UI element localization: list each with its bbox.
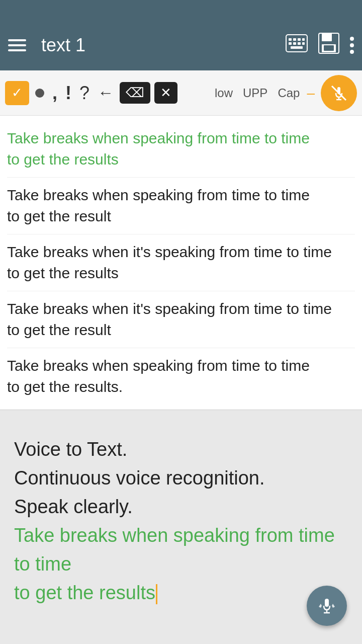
svg-rect-9 xyxy=(291,46,303,49)
svg-rect-18 xyxy=(325,599,329,607)
svg-rect-7 xyxy=(298,42,301,45)
hamburger-menu-button[interactable] xyxy=(8,39,26,51)
checkmark-icon: ✓ xyxy=(12,85,23,101)
question-button[interactable]: ? xyxy=(77,83,92,104)
text-line-green: Take breaks when speaking from time to t… xyxy=(14,525,335,603)
comma-button[interactable]: , xyxy=(50,83,59,104)
svg-rect-15 xyxy=(337,87,340,94)
autocomplete-item-5[interactable]: Take breaks when speaking from time to t… xyxy=(7,348,355,405)
svg-rect-5 xyxy=(289,42,292,45)
text-line-1: Voice to Text. xyxy=(14,439,127,460)
toolbar-icons xyxy=(286,32,354,59)
autocomplete-item-1[interactable]: Take breaks when speaking from time to t… xyxy=(7,121,355,178)
svg-rect-4 xyxy=(302,38,305,41)
dot-button[interactable] xyxy=(35,89,44,98)
svg-rect-13 xyxy=(324,45,334,51)
close-keyboard-button[interactable]: ✕ xyxy=(154,82,177,104)
autocomplete-item-2[interactable]: Take breaks when speaking from time to t… xyxy=(7,178,355,234)
bottom-mic-button[interactable] xyxy=(307,586,347,626)
svg-rect-1 xyxy=(289,38,292,41)
autocomplete-dropdown: Take breaks when speaking from time to t… xyxy=(0,116,362,410)
text-cursor xyxy=(156,584,157,604)
mic-mute-button[interactable] xyxy=(321,75,357,111)
uppercase-button[interactable]: UPP xyxy=(240,86,270,100)
text-content[interactable]: Voice to Text. Continuous voice recognit… xyxy=(14,435,348,607)
capitalize-button[interactable]: Cap xyxy=(275,86,303,100)
text-line-2: Continuous voice recognition. xyxy=(14,467,265,489)
delete-word-button[interactable]: ⌫ xyxy=(120,82,150,104)
backspace-arrow-button[interactable]: ← xyxy=(96,84,116,102)
svg-rect-6 xyxy=(293,42,296,45)
keyboard-icon[interactable] xyxy=(286,34,308,57)
toolbar-title: text 1 xyxy=(41,35,276,56)
svg-rect-2 xyxy=(293,38,296,41)
keyboard-toolbar: ✓ , ! ? ← ⌫ ✕ low UPP Cap – xyxy=(0,70,362,116)
svg-rect-8 xyxy=(302,42,305,45)
exclaim-button[interactable]: ! xyxy=(63,83,73,104)
toolbar: text 1 xyxy=(0,20,362,70)
checkbox-button[interactable]: ✓ xyxy=(5,81,29,105)
autocomplete-item-4[interactable]: Take breaks when it's speaking from time… xyxy=(7,291,355,348)
lowercase-button[interactable]: low xyxy=(212,86,236,100)
more-options-button[interactable] xyxy=(350,37,354,54)
autocomplete-item-3[interactable]: Take breaks when it's speaking from time… xyxy=(7,234,355,291)
close-icon: ✕ xyxy=(160,85,171,101)
status-bar xyxy=(0,0,362,20)
svg-rect-3 xyxy=(298,38,301,41)
save-icon[interactable] xyxy=(318,32,340,59)
dash-button[interactable]: – xyxy=(307,85,315,101)
svg-rect-11 xyxy=(322,33,332,41)
delete-word-icon: ⌫ xyxy=(126,85,144,101)
text-line-3: Speak clearly. xyxy=(14,496,133,517)
